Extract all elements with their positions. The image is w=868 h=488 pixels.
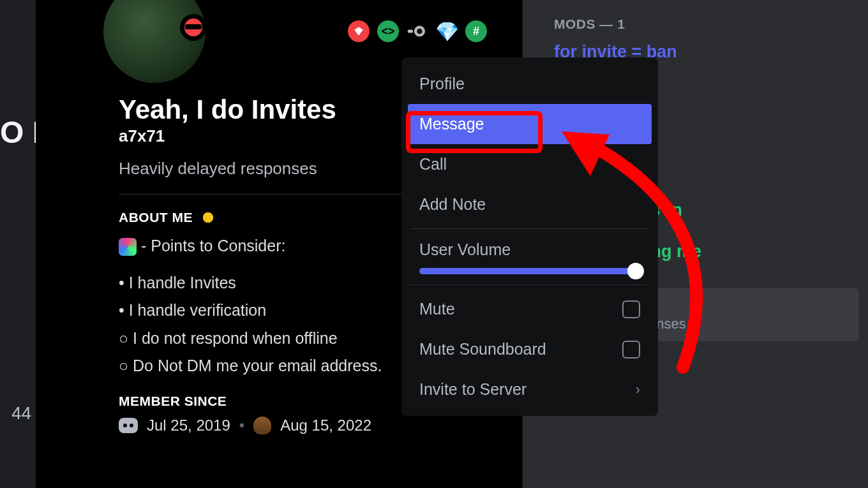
badge-row: <> 💎 #: [348, 20, 487, 42]
checkbox-icon[interactable]: [622, 341, 640, 359]
ctx-invite-to-server[interactable]: Invite to Server ›: [408, 369, 652, 410]
ctx-user-volume-label: User Volume: [408, 233, 652, 264]
ctx-call[interactable]: Call: [408, 144, 652, 184]
server-emoji-icon: [253, 417, 271, 434]
hypesquad-badge-icon: [348, 20, 370, 42]
server-join-date: Aug 15, 2022: [280, 417, 371, 434]
ctx-add-note[interactable]: Add Note: [408, 184, 652, 225]
user-context-menu: Profile Message Call Add Note User Volum…: [401, 57, 658, 416]
discord-join-date: Jul 25, 2019: [147, 417, 230, 434]
checkbox-icon[interactable]: [622, 300, 640, 318]
divider: [410, 285, 649, 285]
separator-dot: •: [239, 417, 244, 434]
ctx-profile[interactable]: Profile: [408, 64, 652, 104]
ctx-mute-soundboard[interactable]: Mute Soundboard: [408, 329, 652, 369]
username-badge-icon: #: [465, 20, 487, 42]
avatar[interactable]: [97, 0, 212, 89]
sparkle-emoji-icon: [119, 238, 137, 256]
member-since-dates: Jul 25, 2019 • Aug 15, 2022: [119, 417, 477, 434]
ctx-mute[interactable]: Mute: [408, 289, 652, 329]
chevron-right-icon: ›: [636, 381, 640, 398]
boost-badge-icon: 💎: [436, 20, 458, 42]
svg-rect-2: [408, 29, 414, 33]
ctx-message[interactable]: Message: [408, 104, 652, 144]
svg-point-1: [417, 29, 423, 34]
wu-tang-emoji-icon: [199, 209, 217, 226]
slider-track: [419, 268, 640, 274]
slider-thumb[interactable]: [627, 263, 644, 279]
status-dnd-bar: [185, 24, 202, 29]
role-group-mods: MODS — 1: [554, 17, 849, 32]
nitro-badge-icon: [407, 20, 428, 42]
developer-badge-icon: <>: [377, 20, 399, 42]
background-count: 44: [11, 403, 31, 424]
discord-logo-icon: [119, 418, 138, 433]
divider: [410, 228, 649, 229]
user-volume-slider[interactable]: [419, 268, 640, 274]
